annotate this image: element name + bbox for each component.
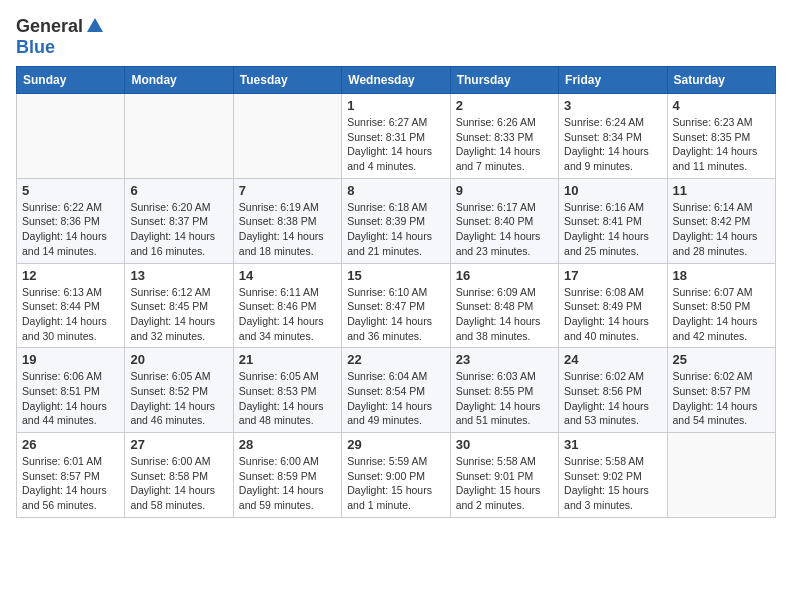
calendar-day-header: Saturday [667, 67, 775, 94]
day-info: Sunrise: 6:11 AM Sunset: 8:46 PM Dayligh… [239, 285, 336, 344]
day-number: 31 [564, 437, 661, 452]
day-info: Sunrise: 6:23 AM Sunset: 8:35 PM Dayligh… [673, 115, 770, 174]
calendar-cell: 21Sunrise: 6:05 AM Sunset: 8:53 PM Dayli… [233, 348, 341, 433]
calendar-cell: 8Sunrise: 6:18 AM Sunset: 8:39 PM Daylig… [342, 178, 450, 263]
day-info: Sunrise: 6:00 AM Sunset: 8:59 PM Dayligh… [239, 454, 336, 513]
calendar-header-row: SundayMondayTuesdayWednesdayThursdayFrid… [17, 67, 776, 94]
day-number: 19 [22, 352, 119, 367]
calendar-cell: 31Sunrise: 5:58 AM Sunset: 9:02 PM Dayli… [559, 433, 667, 518]
calendar-day-header: Wednesday [342, 67, 450, 94]
day-number: 6 [130, 183, 227, 198]
calendar-day-header: Friday [559, 67, 667, 94]
day-number: 17 [564, 268, 661, 283]
calendar-day-header: Tuesday [233, 67, 341, 94]
day-number: 8 [347, 183, 444, 198]
day-number: 20 [130, 352, 227, 367]
calendar-cell: 7Sunrise: 6:19 AM Sunset: 8:38 PM Daylig… [233, 178, 341, 263]
calendar-week-row: 19Sunrise: 6:06 AM Sunset: 8:51 PM Dayli… [17, 348, 776, 433]
logo-general-text: General [16, 16, 83, 37]
day-info: Sunrise: 6:17 AM Sunset: 8:40 PM Dayligh… [456, 200, 553, 259]
day-number: 22 [347, 352, 444, 367]
day-number: 27 [130, 437, 227, 452]
logo-blue-text: Blue [16, 37, 55, 58]
calendar-cell: 6Sunrise: 6:20 AM Sunset: 8:37 PM Daylig… [125, 178, 233, 263]
calendar-cell: 4Sunrise: 6:23 AM Sunset: 8:35 PM Daylig… [667, 94, 775, 179]
day-info: Sunrise: 5:58 AM Sunset: 9:01 PM Dayligh… [456, 454, 553, 513]
calendar-cell: 17Sunrise: 6:08 AM Sunset: 8:49 PM Dayli… [559, 263, 667, 348]
day-info: Sunrise: 6:12 AM Sunset: 8:45 PM Dayligh… [130, 285, 227, 344]
day-info: Sunrise: 6:26 AM Sunset: 8:33 PM Dayligh… [456, 115, 553, 174]
calendar-cell [17, 94, 125, 179]
day-number: 11 [673, 183, 770, 198]
calendar-cell: 24Sunrise: 6:02 AM Sunset: 8:56 PM Dayli… [559, 348, 667, 433]
calendar-cell: 15Sunrise: 6:10 AM Sunset: 8:47 PM Dayli… [342, 263, 450, 348]
day-number: 16 [456, 268, 553, 283]
calendar-cell: 14Sunrise: 6:11 AM Sunset: 8:46 PM Dayli… [233, 263, 341, 348]
calendar-table: SundayMondayTuesdayWednesdayThursdayFrid… [16, 66, 776, 518]
day-number: 28 [239, 437, 336, 452]
calendar-cell: 5Sunrise: 6:22 AM Sunset: 8:36 PM Daylig… [17, 178, 125, 263]
calendar-cell: 3Sunrise: 6:24 AM Sunset: 8:34 PM Daylig… [559, 94, 667, 179]
day-info: Sunrise: 5:58 AM Sunset: 9:02 PM Dayligh… [564, 454, 661, 513]
day-number: 2 [456, 98, 553, 113]
day-info: Sunrise: 6:09 AM Sunset: 8:48 PM Dayligh… [456, 285, 553, 344]
calendar-week-row: 1Sunrise: 6:27 AM Sunset: 8:31 PM Daylig… [17, 94, 776, 179]
day-info: Sunrise: 6:08 AM Sunset: 8:49 PM Dayligh… [564, 285, 661, 344]
day-info: Sunrise: 6:22 AM Sunset: 8:36 PM Dayligh… [22, 200, 119, 259]
calendar-cell: 22Sunrise: 6:04 AM Sunset: 8:54 PM Dayli… [342, 348, 450, 433]
calendar-cell: 18Sunrise: 6:07 AM Sunset: 8:50 PM Dayli… [667, 263, 775, 348]
day-number: 14 [239, 268, 336, 283]
calendar-cell: 10Sunrise: 6:16 AM Sunset: 8:41 PM Dayli… [559, 178, 667, 263]
day-info: Sunrise: 6:18 AM Sunset: 8:39 PM Dayligh… [347, 200, 444, 259]
day-info: Sunrise: 6:04 AM Sunset: 8:54 PM Dayligh… [347, 369, 444, 428]
day-number: 30 [456, 437, 553, 452]
calendar-week-row: 12Sunrise: 6:13 AM Sunset: 8:44 PM Dayli… [17, 263, 776, 348]
day-number: 25 [673, 352, 770, 367]
calendar-cell: 19Sunrise: 6:06 AM Sunset: 8:51 PM Dayli… [17, 348, 125, 433]
day-number: 15 [347, 268, 444, 283]
calendar-cell: 27Sunrise: 6:00 AM Sunset: 8:58 PM Dayli… [125, 433, 233, 518]
calendar-day-header: Thursday [450, 67, 558, 94]
day-info: Sunrise: 6:03 AM Sunset: 8:55 PM Dayligh… [456, 369, 553, 428]
day-info: Sunrise: 6:20 AM Sunset: 8:37 PM Dayligh… [130, 200, 227, 259]
day-number: 7 [239, 183, 336, 198]
calendar-cell: 16Sunrise: 6:09 AM Sunset: 8:48 PM Dayli… [450, 263, 558, 348]
calendar-cell: 29Sunrise: 5:59 AM Sunset: 9:00 PM Dayli… [342, 433, 450, 518]
day-info: Sunrise: 6:05 AM Sunset: 8:52 PM Dayligh… [130, 369, 227, 428]
logo-triangle-icon [85, 16, 105, 36]
day-info: Sunrise: 6:00 AM Sunset: 8:58 PM Dayligh… [130, 454, 227, 513]
calendar-cell: 23Sunrise: 6:03 AM Sunset: 8:55 PM Dayli… [450, 348, 558, 433]
day-info: Sunrise: 6:16 AM Sunset: 8:41 PM Dayligh… [564, 200, 661, 259]
calendar-cell: 28Sunrise: 6:00 AM Sunset: 8:59 PM Dayli… [233, 433, 341, 518]
calendar-week-row: 5Sunrise: 6:22 AM Sunset: 8:36 PM Daylig… [17, 178, 776, 263]
day-info: Sunrise: 6:02 AM Sunset: 8:57 PM Dayligh… [673, 369, 770, 428]
calendar-cell: 2Sunrise: 6:26 AM Sunset: 8:33 PM Daylig… [450, 94, 558, 179]
day-number: 29 [347, 437, 444, 452]
calendar-cell: 9Sunrise: 6:17 AM Sunset: 8:40 PM Daylig… [450, 178, 558, 263]
calendar-cell [233, 94, 341, 179]
calendar-cell: 26Sunrise: 6:01 AM Sunset: 8:57 PM Dayli… [17, 433, 125, 518]
calendar-cell: 12Sunrise: 6:13 AM Sunset: 8:44 PM Dayli… [17, 263, 125, 348]
day-info: Sunrise: 6:06 AM Sunset: 8:51 PM Dayligh… [22, 369, 119, 428]
day-info: Sunrise: 6:13 AM Sunset: 8:44 PM Dayligh… [22, 285, 119, 344]
logo: General Blue [16, 16, 105, 58]
calendar-cell: 25Sunrise: 6:02 AM Sunset: 8:57 PM Dayli… [667, 348, 775, 433]
day-info: Sunrise: 6:24 AM Sunset: 8:34 PM Dayligh… [564, 115, 661, 174]
day-number: 9 [456, 183, 553, 198]
day-info: Sunrise: 5:59 AM Sunset: 9:00 PM Dayligh… [347, 454, 444, 513]
calendar-cell: 13Sunrise: 6:12 AM Sunset: 8:45 PM Dayli… [125, 263, 233, 348]
day-info: Sunrise: 6:01 AM Sunset: 8:57 PM Dayligh… [22, 454, 119, 513]
day-info: Sunrise: 6:27 AM Sunset: 8:31 PM Dayligh… [347, 115, 444, 174]
page-header: General Blue [16, 16, 776, 58]
day-number: 23 [456, 352, 553, 367]
day-info: Sunrise: 6:14 AM Sunset: 8:42 PM Dayligh… [673, 200, 770, 259]
day-info: Sunrise: 6:02 AM Sunset: 8:56 PM Dayligh… [564, 369, 661, 428]
day-number: 3 [564, 98, 661, 113]
day-info: Sunrise: 6:05 AM Sunset: 8:53 PM Dayligh… [239, 369, 336, 428]
day-number: 24 [564, 352, 661, 367]
calendar-day-header: Monday [125, 67, 233, 94]
calendar-cell [667, 433, 775, 518]
day-number: 21 [239, 352, 336, 367]
calendar-cell: 1Sunrise: 6:27 AM Sunset: 8:31 PM Daylig… [342, 94, 450, 179]
day-number: 10 [564, 183, 661, 198]
